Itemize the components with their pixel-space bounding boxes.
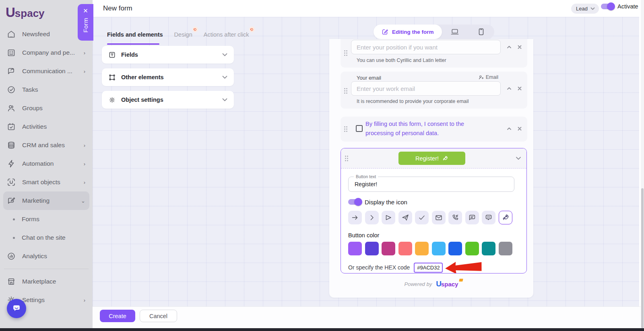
hex-code-row: Or specify the HEX code <box>348 261 519 273</box>
activate-control: Activate <box>601 3 638 10</box>
rocket-icon <box>442 155 448 162</box>
sidebar-item-company[interactable]: Company and pe... › <box>0 43 93 62</box>
rocket-icon[interactable] <box>499 211 512 224</box>
panel-label: Fields <box>121 51 217 58</box>
tab-fields-and-elements[interactable]: Fields and elements <box>107 31 163 38</box>
sidebar-item-marketplace[interactable]: Marketplace <box>0 272 93 291</box>
remove-field-icon[interactable] <box>517 126 522 132</box>
check-icon[interactable] <box>415 211 429 224</box>
sidebar-nav: Newsfeed Company and pe... › Communicati… <box>0 25 93 309</box>
chevron-down-icon <box>590 7 595 10</box>
field-label: Your email <box>357 75 381 81</box>
color-swatch[interactable] <box>432 242 446 255</box>
move-up-icon[interactable] <box>506 126 512 132</box>
drag-handle-icon[interactable] <box>344 88 348 94</box>
drag-handle-icon[interactable] <box>345 155 349 162</box>
sidebar-item-forms[interactable]: Forms <box>0 210 93 228</box>
chevron-right-icon: › <box>84 179 85 185</box>
remove-field-icon[interactable] <box>517 44 522 50</box>
form-field-email[interactable]: Your email Email It is recommended to pr… <box>341 72 527 109</box>
paper-plane-icon[interactable] <box>398 211 412 224</box>
panel-fields[interactable]: Fields <box>102 46 234 64</box>
form-field-position[interactable]: You can use both Cyrillic and Latin lett… <box>341 39 527 68</box>
panel-label: Other elements <box>121 74 217 80</box>
color-swatch[interactable] <box>499 242 512 255</box>
display-icon-label: Display the icon <box>365 199 407 206</box>
display-icon-toggle[interactable] <box>348 199 361 205</box>
submit-button-preview[interactable]: Register! <box>398 152 465 165</box>
chat-lines-icon[interactable] <box>465 211 479 224</box>
arrow-right-icon[interactable] <box>348 211 362 224</box>
mode-desktop-preview[interactable] <box>442 29 468 35</box>
email-input[interactable] <box>351 81 501 96</box>
color-swatch[interactable] <box>465 242 479 255</box>
color-swatch[interactable] <box>348 242 362 255</box>
sidebar-item-automation[interactable]: Automation › <box>0 154 93 173</box>
color-swatch[interactable] <box>382 242 395 255</box>
entity-selector[interactable]: Lead <box>571 4 599 14</box>
sidebar-item-label: CRM and sales <box>22 142 84 149</box>
page-scrollbar[interactable] <box>641 0 644 331</box>
button-text-field: Button text <box>348 177 514 192</box>
remove-field-icon[interactable] <box>517 86 522 91</box>
sidebar-item-chat-on-site[interactable]: Chat on the site <box>0 228 93 247</box>
position-input[interactable] <box>351 40 501 54</box>
sidebar-item-groups[interactable]: Groups <box>0 99 93 117</box>
button-text-input[interactable] <box>349 177 514 191</box>
drag-handle-icon[interactable] <box>344 50 348 56</box>
form-consent-row[interactable]: By filling out this form, I consent to t… <box>341 117 527 142</box>
sidebar-item-communication[interactable]: Communication ... › <box>0 62 93 80</box>
uspacy-logo[interactable]: Uspacy <box>6 5 45 20</box>
color-swatch[interactable] <box>448 242 462 255</box>
color-swatch[interactable] <box>415 242 429 255</box>
mode-mobile-preview[interactable] <box>468 28 494 35</box>
scrollbar-thumb[interactable] <box>641 188 644 328</box>
collapse-settings-icon[interactable] <box>516 156 521 160</box>
chat-pen-icon <box>6 66 16 76</box>
uspacy-mini-logo[interactable]: Uspacy <box>436 280 458 288</box>
top-header: New form Lead Activate <box>93 0 641 17</box>
sidebar-subitem-label: Forms <box>22 216 39 223</box>
activate-toggle[interactable] <box>601 4 614 9</box>
send-triangle-icon[interactable] <box>382 211 395 224</box>
form-panel-tab[interactable]: ✕ Form <box>78 4 93 41</box>
move-up-icon[interactable] <box>506 44 512 50</box>
phone-incoming-icon[interactable] <box>448 211 462 224</box>
consent-checkbox[interactable] <box>356 125 363 132</box>
sidebar-item-tasks[interactable]: Tasks <box>0 80 93 99</box>
active-tab-underline <box>107 43 159 45</box>
move-up-icon[interactable] <box>506 86 512 91</box>
toggle-knob <box>607 2 615 10</box>
sidebar-item-crm[interactable]: CRM and sales › <box>0 136 93 154</box>
support-chat-button[interactable] <box>7 299 26 318</box>
envelope-icon[interactable] <box>432 211 446 224</box>
button-element-block[interactable]: Register! Button text Display the icon <box>341 148 527 273</box>
chat-dots-icon[interactable] <box>482 211 495 224</box>
tab-design[interactable]: Design <box>174 31 192 38</box>
sidebar-item-smart-objects[interactable]: Smart objects › <box>0 173 93 191</box>
color-swatch[interactable] <box>365 242 379 255</box>
sidebar-item-marketing[interactable]: Marketing ⌄ <box>3 191 89 210</box>
close-icon[interactable]: ✕ <box>83 8 88 14</box>
cancel-button[interactable]: Cancel <box>140 310 177 322</box>
marketing-icon <box>6 196 16 206</box>
laptop-icon <box>451 29 459 35</box>
chevron-right-icon[interactable] <box>365 211 379 224</box>
tab-actions-after-click[interactable]: Actions after click <box>204 31 249 38</box>
sidebar-item-activities[interactable]: Activities <box>0 117 93 136</box>
sidebar-item-analytics[interactable]: Analytics <box>0 247 93 265</box>
create-button[interactable]: Create <box>100 310 135 322</box>
panel-object-settings[interactable]: Object settings <box>102 91 234 109</box>
drag-handle-icon[interactable] <box>344 126 348 132</box>
entity-selector-value: Lead <box>576 6 588 12</box>
home-icon <box>6 29 16 39</box>
chevron-right-icon: › <box>84 68 85 74</box>
panel-other-elements[interactable]: Other elements <box>102 68 234 86</box>
view-mode-switcher: Editing the form <box>374 25 494 39</box>
calendar-check-icon <box>6 122 16 132</box>
hex-code-input[interactable] <box>414 263 443 273</box>
color-swatch[interactable] <box>482 242 495 255</box>
mode-editing-form[interactable]: Editing the form <box>374 25 442 39</box>
powered-by-text: Powered by <box>405 281 432 287</box>
color-swatch[interactable] <box>398 242 412 255</box>
